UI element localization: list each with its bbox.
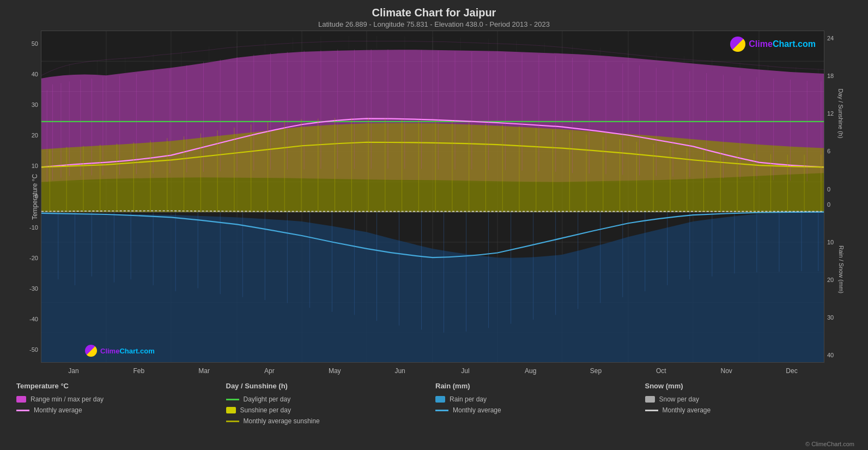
legend-rain-swatch <box>435 396 445 403</box>
legend-sunshine-avg: Monthly average sunshine <box>226 417 433 425</box>
legend-sunshine-avg-line <box>226 421 239 422</box>
legend-snow-avg-line <box>645 410 658 411</box>
legend-temp-range: Range min / max per day <box>16 395 223 403</box>
x-label-sep: Sep <box>563 367 629 375</box>
x-label-nov: Nov <box>694 367 759 375</box>
legend-daylight: Daylight per day <box>226 395 433 403</box>
main-container: Climate Chart for Jaipur Latitude 26.889… <box>0 0 868 450</box>
logo-icon-bottom <box>85 345 97 357</box>
chart-area: Temperature °C 50 40 30 20 10 0 -10 -20 … <box>11 31 857 363</box>
title-area: Climate Chart for Jaipur Latitude 26.889… <box>0 0 868 31</box>
legend-temp-avg: Monthly average <box>16 406 223 414</box>
x-axis-area: Jan Feb Mar Apr May Jun Jul Aug Sep Oct … <box>11 363 857 379</box>
y-axis-left: Temperature °C 50 40 30 20 10 0 -10 -20 … <box>11 31 41 363</box>
legend-snow-avg: Monthly average <box>645 406 852 414</box>
legend-snow-title: Snow (mm) <box>645 382 852 390</box>
legend-temp-title: Temperature °C <box>16 382 223 390</box>
x-label-feb: Feb <box>106 367 172 375</box>
legend-rain-avg: Monthly average <box>435 406 642 414</box>
logo-bottom-left: ClimeChart.com <box>85 345 155 357</box>
logo-name-top: ClimeChart.com <box>749 39 816 49</box>
x-label-dec: Dec <box>759 367 824 375</box>
chart-title: Climate Chart for Jaipur <box>0 7 868 19</box>
logo-icon-top <box>730 37 745 52</box>
legend-sunshine: Day / Sunshine (h) Daylight per day Suns… <box>226 382 433 447</box>
legend-rain: Rain (mm) Rain per day Monthly average <box>435 382 642 447</box>
y-axis-right-label-bottom: Rain / Snow (mm) <box>838 245 845 293</box>
legend-snow-per-day: Snow per day <box>645 395 852 403</box>
x-label-aug: Aug <box>498 367 563 375</box>
logo-name-bottom: ClimeChart.com <box>100 347 155 355</box>
logo-top-right: ClimeChart.com <box>730 37 816 52</box>
legend-temp-avg-line <box>16 410 29 411</box>
y-axis-left-label: Temperature °C <box>31 173 39 219</box>
legend-rain-title: Rain (mm) <box>435 382 642 390</box>
chart-svg <box>41 31 824 362</box>
legend-rain-per-day: Rain per day <box>435 395 642 403</box>
legend-snow-swatch <box>645 396 655 403</box>
legend-sunshine-swatch <box>226 407 236 413</box>
x-label-mar: Mar <box>172 367 237 375</box>
legend-rain-avg-line <box>435 410 448 411</box>
legend-area: Temperature °C Range min / max per day M… <box>11 379 857 450</box>
x-label-oct: Oct <box>628 367 694 375</box>
x-label-may: May <box>302 367 367 375</box>
legend-daylight-line <box>226 399 239 400</box>
chart-plot: ClimeChart.com ClimeChart.com <box>41 31 824 363</box>
legend-snow: Snow (mm) Snow per day Monthly average <box>645 382 852 447</box>
x-label-jan: Jan <box>41 367 106 375</box>
legend-sunshine-title: Day / Sunshine (h) <box>226 382 433 390</box>
x-label-jun: Jun <box>367 367 433 375</box>
y-axis-right: 24 18 12 6 0 0 10 20 30 40 Day / Sunshin… <box>824 31 857 363</box>
legend-temperature: Temperature °C Range min / max per day M… <box>16 382 223 447</box>
chart-subtitle: Latitude 26.889 - Longitude 75.831 - Ele… <box>0 20 868 28</box>
x-label-jul: Jul <box>433 367 498 375</box>
copyright: © ClimeChart.com <box>805 441 854 447</box>
legend-sunshine-per-day: Sunshine per day <box>226 406 433 414</box>
y-axis-right-label-top: Day / Sunshine (h) <box>837 89 843 139</box>
legend-temp-range-swatch <box>16 396 26 403</box>
x-axis-labels: Jan Feb Mar Apr May Jun Jul Aug Sep Oct … <box>41 363 824 379</box>
x-label-apr: Apr <box>236 367 302 375</box>
